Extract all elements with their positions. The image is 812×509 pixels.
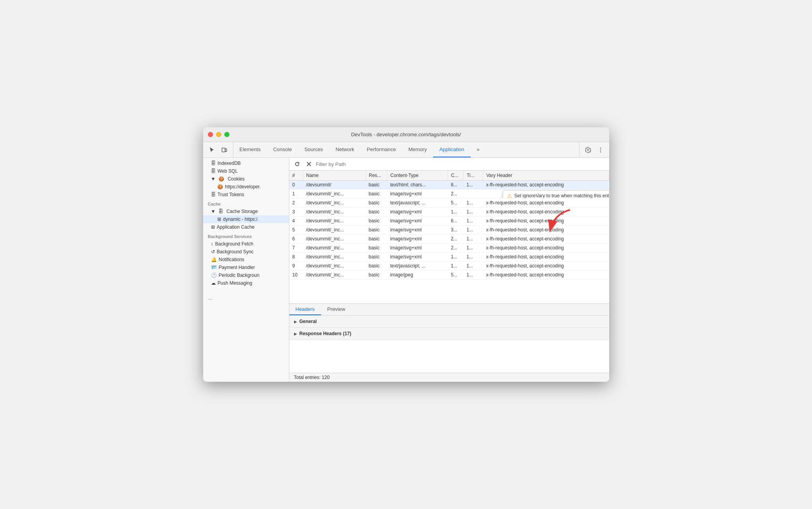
table-cell: x-fh-requested-host, accept-encoding — [483, 262, 609, 271]
table-cell: 8 — [289, 253, 303, 262]
table-cell: x-fh-requested-host, accept-encoding — [483, 253, 609, 262]
sidebar-item-notifications[interactable]: 🔔 Notifications — [203, 256, 289, 264]
table-row[interactable]: 9/devsummit/_inc...basictext/javascript;… — [289, 262, 609, 271]
database-icon: 🗄 — [211, 161, 216, 166]
table-cell: basic — [366, 190, 387, 199]
table-cell: 1... — [464, 226, 483, 235]
general-section-header[interactable]: ▶ General — [289, 316, 609, 328]
tab-elements[interactable]: Elements — [233, 142, 267, 157]
table-cell: basic — [366, 208, 387, 217]
more-icon[interactable] — [595, 144, 606, 155]
close-button[interactable] — [208, 132, 213, 137]
col-c: C... — [448, 171, 464, 180]
settings-icon[interactable] — [583, 144, 594, 155]
table-row[interactable]: 0/devsummit/basictext/html; chars...8...… — [289, 180, 609, 190]
table-cell: 1... — [464, 217, 483, 226]
table-cell: /devsummit/ — [303, 180, 366, 190]
cursor-icon[interactable] — [206, 144, 217, 155]
device-icon[interactable] — [219, 144, 230, 155]
table-cell: 9 — [289, 262, 303, 271]
minimize-button[interactable] — [216, 132, 221, 137]
table-row[interactable]: 1/devsummit/_inc...basicimage/svg+xml2..… — [289, 190, 609, 199]
col-content-type: Content-Type — [387, 171, 448, 180]
sidebar-item-payment-handler[interactable]: 🪪 Payment Handler — [203, 264, 289, 271]
table-cell: basic — [366, 180, 387, 190]
sidebar-item-trust-tokens[interactable]: 🗄 Trust Tokens — [203, 191, 289, 199]
table-cell: 3 — [289, 208, 303, 217]
panel-tabs: Headers Preview — [289, 304, 609, 316]
database-icon: 🗄 — [211, 192, 216, 197]
table-row[interactable]: 4/devsummit/_inc...basicimage/svg+xml6..… — [289, 217, 609, 226]
tab-sources[interactable]: Sources — [298, 142, 329, 157]
table-cell: /devsummit/_inc... — [303, 235, 366, 244]
table-cell: basic — [366, 253, 387, 262]
response-headers-section-label: Response Headers (17) — [300, 331, 352, 336]
status-bar: Total entries: 120 — [289, 373, 609, 382]
table-row[interactable]: 10/devsummit/_inc...basicimage/jpeg5...1… — [289, 271, 609, 280]
tab-network[interactable]: Network — [329, 142, 361, 157]
table-cell: image/svg+xml — [387, 253, 448, 262]
tab-console[interactable]: Console — [267, 142, 298, 157]
table-cell: 6... — [448, 217, 464, 226]
sidebar-item-cookies[interactable]: ▼ 🍪 Cookies — [203, 175, 289, 183]
table-cell: /devsummit/_inc... — [303, 244, 366, 253]
response-headers-section-header[interactable]: ▶ Response Headers (17) — [289, 328, 609, 340]
filter-bar — [289, 158, 609, 171]
general-section-label: General — [300, 319, 317, 324]
table-row[interactable]: 2/devsummit/_inc...basictext/javascript;… — [289, 199, 609, 208]
warning-icon: ⚠ — [507, 193, 512, 199]
sidebar-item-cache-storage[interactable]: ▼ 🗄 Cache Storage — [203, 208, 289, 215]
tab-headers[interactable]: Headers — [289, 304, 321, 315]
table-cell: /devsummit/_inc... — [303, 199, 366, 208]
tab-memory[interactable]: Memory — [402, 142, 433, 157]
col-res: Res... — [366, 171, 387, 180]
tab-performance[interactable]: Performance — [361, 142, 402, 157]
svg-rect-1 — [225, 149, 227, 152]
table-cell: image/jpeg — [387, 271, 448, 280]
refresh-button[interactable] — [292, 159, 302, 169]
filter-input[interactable] — [316, 161, 606, 167]
table-cell: 1... — [464, 180, 483, 190]
table-cell: x-fh-requested-host, accept-encoding — [483, 244, 609, 253]
table-cell: x-fh-requested-host, accept-encoding — [483, 235, 609, 244]
table-cell: 1... — [448, 262, 464, 271]
table-cell: text/html; chars... — [387, 180, 448, 190]
table-cell: 2 — [289, 199, 303, 208]
sidebar-item-cookies-url[interactable]: 🍪 https://developer. — [203, 183, 289, 191]
tab-application[interactable]: Application — [433, 142, 471, 157]
toolbar: Elements Console Sources Network Perform… — [203, 142, 609, 158]
maximize-button[interactable] — [224, 132, 229, 137]
sidebar-item-periodic-bg[interactable]: 🕐 Periodic Backgroun — [203, 271, 289, 279]
table-cell: basic — [366, 226, 387, 235]
table-cell: 4 — [289, 217, 303, 226]
table-cell: basic — [366, 244, 387, 253]
bg-services-section-label: Background Services — [203, 231, 289, 240]
col-ti: Ti... — [464, 171, 483, 180]
sidebar-item-indexeddb[interactable]: 🗄 IndexedDB — [203, 159, 289, 167]
svg-point-3 — [600, 149, 601, 150]
table-row[interactable]: 6/devsummit/_inc...basicimage/svg+xml2..… — [289, 235, 609, 244]
sidebar-item-push-messaging[interactable]: ☁ Push Messaging — [203, 279, 289, 287]
tab-preview[interactable]: Preview — [321, 304, 352, 315]
table-body: 0/devsummit/basictext/html; chars...8...… — [289, 180, 609, 280]
cookie-icon: 🍪 — [218, 176, 224, 182]
svg-rect-0 — [222, 148, 225, 152]
sidebar-item-websql[interactable]: 🗄 Web SQL — [203, 167, 289, 175]
titlebar: DevTools - developer.chrome.com/tags/dev… — [203, 127, 609, 142]
table-cell: 1... — [464, 199, 483, 208]
sidebar-item-dynamic-cache[interactable]: ⊞ dynamic - https:/. — [203, 215, 289, 223]
tab-more[interactable]: » — [471, 142, 486, 157]
table-row[interactable]: 3/devsummit/_inc...basicimage/svg+xml1..… — [289, 208, 609, 217]
sidebar-item-app-cache[interactable]: ⊞ Application Cache — [203, 223, 289, 231]
sidebar-item-bg-sync[interactable]: ↺ Background Sync — [203, 248, 289, 256]
table-cell: 8... — [448, 180, 464, 190]
table-row[interactable]: 7/devsummit/_inc...basicimage/svg+xml2..… — [289, 244, 609, 253]
cache-storage-icon: 🗄 — [218, 209, 223, 214]
table-row[interactable]: 8/devsummit/_inc...basicimage/svg+xml1..… — [289, 253, 609, 262]
table-row[interactable]: 5/devsummit/_inc...basicimage/svg+xml3..… — [289, 226, 609, 235]
sidebar-item-bg-fetch[interactable]: ↕ Background Fetch — [203, 240, 289, 248]
table-cell: 1 — [289, 190, 303, 199]
clear-button[interactable] — [304, 159, 314, 169]
panel-content: ▶ General ▶ Response Headers (17) — [289, 316, 609, 373]
table-cell: 1... — [464, 271, 483, 280]
